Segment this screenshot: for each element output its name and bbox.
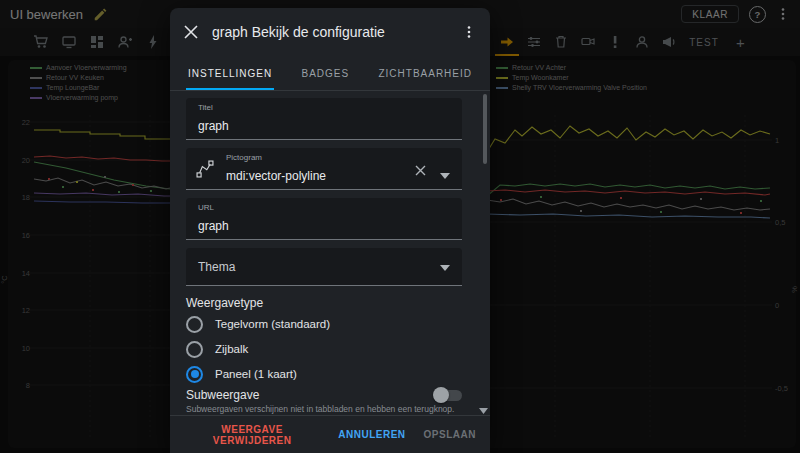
clear-icon[interactable] [415,162,426,180]
radio-icon [186,316,203,333]
title-field[interactable]: Titel graph [186,98,462,140]
icon-field-value: mdi:vector-polyline [226,169,326,183]
tab-zichtbaarheid[interactable]: ZICHTBAARHEID [376,56,474,90]
tab-badges[interactable]: BADGES [300,56,352,90]
url-field[interactable]: URL graph [186,198,462,240]
chevron-down-icon [440,260,450,274]
tab-instellingen[interactable]: INSTELLINGEN [186,56,274,90]
radio-label: Zijbalk [215,343,248,355]
chevron-down-icon[interactable] [440,165,450,183]
radio-label: Tegelvorm (standaard) [215,318,330,330]
dialog-tabs: INSTELLINGEN BADGES ZICHTBAARHEID [170,56,490,90]
radio-icon-selected [186,366,203,383]
title-field-value: graph [198,119,229,133]
save-button[interactable]: OPSLAAN [424,429,476,440]
view-type-label: Weergavetype [186,296,263,310]
radio-tegelvorm[interactable]: Tegelvorm (standaard) [186,314,330,334]
dialog-title: graph Bekijk de configuratie [212,24,448,40]
theme-select[interactable]: Thema [186,248,462,286]
dialog-header: graph Bekijk de configuratie [170,8,490,56]
dialog-scrollbar-thumb[interactable] [483,94,487,164]
dialog-footer: WEERGAVE VERWIJDEREN ANNULEREN OPSLAAN [170,415,490,453]
view-config-dialog: graph Bekijk de configuratie INSTELLINGE… [170,8,490,453]
url-field-label: URL [198,203,214,212]
radio-icon [186,341,203,358]
divider [170,90,490,91]
toggle-knob [433,387,449,403]
radio-paneel[interactable]: Paneel (1 kaart) [186,364,297,384]
cancel-button[interactable]: ANNULEREN [338,429,405,440]
subview-toggle[interactable] [435,390,462,401]
url-field-value: graph [198,219,229,233]
vector-polyline-icon [196,160,214,182]
icon-field-label: Pictogram [226,153,262,162]
radio-label: Paneel (1 kaart) [215,368,297,380]
delete-view-button[interactable]: WEERGAVE VERWIJDEREN [184,424,320,446]
subview-helper-text: Subweergaven verschijnen niet in tabblad… [186,404,468,414]
theme-select-label: Thema [198,260,235,274]
subview-row: Subweergave [186,388,462,402]
icon-field[interactable]: Pictogram mdi:vector-polyline [186,148,462,190]
subview-label: Subweergave [186,388,259,402]
radio-zijbalk[interactable]: Zijbalk [186,339,248,359]
title-field-label: Titel [198,103,213,112]
dialog-overflow-menu-icon[interactable] [462,25,476,39]
close-icon[interactable] [184,25,198,39]
